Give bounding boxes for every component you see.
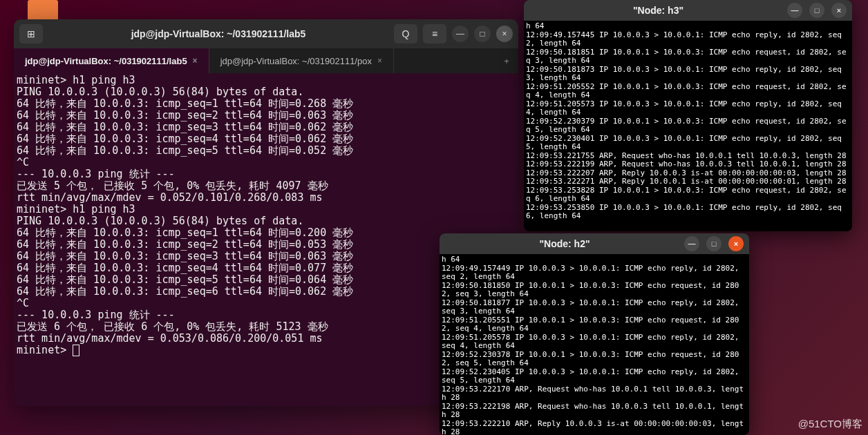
xterm-window-h3: "Node: h3" — □ × h 64 12:09:49.157445 IP… — [524, 0, 852, 231]
titlebar-h3[interactable]: "Node: h3" — □ × — [524, 0, 852, 21]
tab-close-icon[interactable]: × — [377, 56, 382, 66]
window-title-h3: "Node: h3" — [529, 5, 787, 16]
maximize-button[interactable]: □ — [809, 3, 824, 18]
watermark: @51CTO博客 — [798, 418, 862, 431]
tab-pox[interactable]: jdp@jdp-VirtualBox: ~/031902111/pox × — [209, 48, 394, 73]
tabbar: jdp@jdp-VirtualBox: ~/031902111/lab5 × j… — [14, 48, 518, 73]
menu-button[interactable]: ≡ — [423, 24, 446, 44]
new-tab-button[interactable]: ⊞ — [19, 24, 43, 44]
add-tab-button[interactable]: + — [498, 48, 516, 73]
close-button[interactable]: × — [496, 26, 513, 42]
minimize-button[interactable]: — — [452, 26, 469, 42]
tab-close-icon[interactable]: × — [193, 56, 198, 66]
minimize-button[interactable]: — — [787, 3, 802, 18]
tab-label: jdp@jdp-VirtualBox: ~/031902111/lab5 — [25, 56, 187, 66]
maximize-button[interactable]: □ — [474, 26, 491, 42]
window-title-h2: "Node: h2" — [445, 238, 684, 249]
titlebar[interactable]: ⊞ jdp@jdp-VirtualBox: ~/031902111/lab5 Q… — [14, 19, 518, 48]
terminal-output-h3[interactable]: h 64 12:09:49.157445 IP 10.0.0.3 > 10.0.… — [524, 21, 852, 231]
close-button[interactable]: × — [728, 236, 744, 251]
close-button[interactable]: × — [831, 3, 847, 18]
maximize-button[interactable]: □ — [706, 236, 721, 251]
tab-lab5[interactable]: jdp@jdp-VirtualBox: ~/031902111/lab5 × — [14, 48, 209, 73]
titlebar-h2[interactable]: "Node: h2" — □ × — [440, 233, 749, 254]
search-button[interactable]: Q — [394, 24, 417, 44]
tab-label: jdp@jdp-VirtualBox: ~/031902111/pox — [220, 56, 372, 66]
window-title: jdp@jdp-VirtualBox: ~/031902111/lab5 — [48, 28, 388, 39]
minimize-button[interactable]: — — [684, 236, 699, 251]
terminal-output-h2[interactable]: h 64 12:09:49.157449 IP 10.0.0.3 > 10.0.… — [440, 254, 749, 435]
xterm-window-h2: "Node: h2" — □ × h 64 12:09:49.157449 IP… — [440, 233, 749, 435]
